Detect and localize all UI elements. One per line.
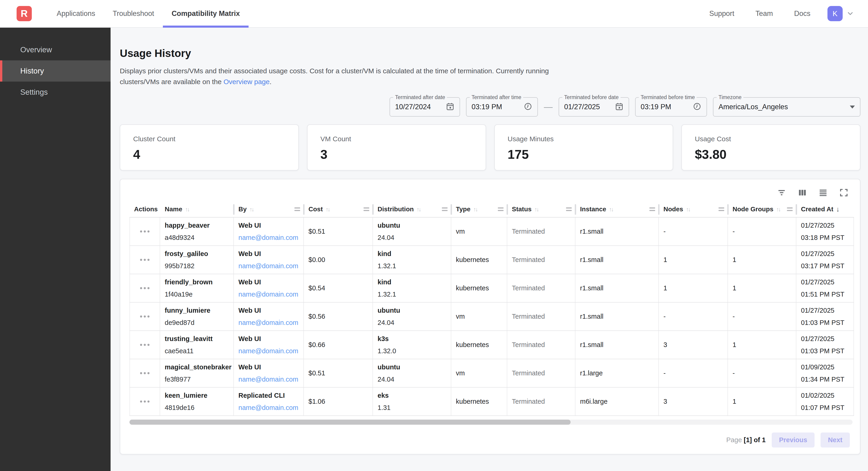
cluster-name: trusting_leavitt [165, 335, 234, 343]
dropdown-caret-icon[interactable] [850, 106, 855, 109]
horizontal-scrollbar-thumb[interactable] [129, 420, 570, 425]
field-label: Terminated after date [393, 94, 447, 100]
column-resize-handle[interactable] [294, 206, 300, 212]
cell-actions [129, 388, 160, 415]
status-badge: Terminated [512, 341, 575, 349]
stat-value: 3 [320, 147, 473, 162]
column-header-nodes[interactable]: Nodes↑↓ [659, 201, 728, 217]
column-separator [658, 204, 659, 215]
column-header-instance[interactable]: Instance↑↓ [576, 201, 659, 217]
terminated-after-time-input[interactable]: Terminated after time 03:19 PM [466, 97, 538, 117]
cell-distribution: eks1.31 [373, 388, 451, 415]
nodes-count: 1 [663, 284, 727, 292]
created-by-email-link[interactable]: name@domain.com [239, 291, 303, 298]
column-resize-handle[interactable] [566, 206, 572, 212]
terminated-before-date-input[interactable]: Terminated before date 01/27/2025 [559, 97, 629, 117]
row-actions-button[interactable] [138, 285, 152, 292]
clock-icon[interactable] [693, 102, 702, 112]
cell-by: Web UIname@domain.com [234, 302, 304, 330]
row-actions-button[interactable] [138, 342, 152, 348]
nav-link-team[interactable]: Team [755, 9, 773, 18]
distribution-name: ubuntu [378, 307, 451, 314]
column-header-created[interactable]: Created At↓ [796, 201, 854, 217]
cell-type: vm [451, 217, 507, 245]
column-resize-handle[interactable] [442, 206, 447, 212]
nav-link-docs[interactable]: Docs [794, 9, 810, 18]
sidebar-item-settings[interactable]: Settings [0, 82, 111, 103]
row-density-icon[interactable] [818, 187, 828, 198]
sidebar-item-overview[interactable]: Overview [0, 39, 111, 60]
type-value: kubernetes [456, 398, 507, 405]
cluster-name: funny_lumiere [165, 307, 234, 314]
row-actions-button[interactable] [138, 257, 152, 263]
row-actions-button[interactable] [138, 313, 152, 320]
previous-page-button[interactable]: Previous [772, 433, 815, 447]
column-header-status[interactable]: Status↑↓ [507, 201, 576, 217]
column-resize-handle[interactable] [498, 206, 503, 212]
replicated-logo-icon[interactable]: R [17, 6, 32, 21]
clock-icon[interactable] [524, 102, 532, 112]
cluster-name: friendly_brown [165, 278, 234, 286]
sidebar-item-history[interactable]: History [0, 60, 111, 82]
cell-type: kubernetes [451, 331, 507, 359]
user-avatar[interactable]: K [828, 6, 843, 21]
view-columns-icon[interactable] [797, 187, 807, 198]
column-label: Status [512, 206, 532, 213]
column-separator [727, 204, 728, 215]
overview-page-link[interactable]: Overview page [223, 78, 270, 86]
column-header-node_groups[interactable]: Node Groups↑↓ [728, 201, 796, 217]
cell-created: 01/27/202503:18 PM PST [796, 217, 854, 245]
table-row: trusting_leavittcae5ea11Web UIname@domai… [129, 331, 854, 359]
row-actions-button[interactable] [138, 398, 152, 405]
cell-distribution: ubuntu24.04 [373, 302, 451, 330]
nav-tab-applications[interactable]: Applications [48, 0, 104, 27]
column-resize-handle[interactable] [364, 206, 369, 212]
created-by-email-link[interactable]: name@domain.com [239, 376, 303, 383]
column-header-cost[interactable]: Cost↑↓ [304, 201, 373, 217]
created-by-source: Web UI [239, 307, 303, 314]
cost-value: $0.56 [308, 313, 372, 320]
created-date: 01/02/2025 [801, 392, 854, 399]
created-by-source: Web UI [239, 250, 303, 258]
top-nav: R ApplicationsTroubleshootCompatibility … [0, 0, 868, 28]
created-by-email-link[interactable]: name@domain.com [239, 262, 303, 270]
column-header-distribution[interactable]: Distribution↑↓ [373, 201, 451, 217]
cell-instance: r1.large [576, 359, 659, 387]
filter-icon[interactable] [777, 187, 787, 198]
calendar-icon[interactable] [446, 102, 455, 112]
column-label: Actions [134, 206, 158, 213]
chevron-down-icon[interactable] [846, 10, 854, 18]
calendar-icon[interactable] [615, 102, 624, 112]
column-label: Distribution [378, 206, 414, 213]
sidebar: OverviewHistorySettings [0, 28, 111, 471]
column-resize-handle[interactable] [787, 206, 793, 212]
cell-actions [129, 246, 160, 274]
column-header-type[interactable]: Type↑↓ [451, 201, 507, 217]
column-header-by[interactable]: By↑↓ [234, 201, 304, 217]
created-by-email-link[interactable]: name@domain.com [239, 234, 303, 241]
column-resize-handle[interactable] [718, 206, 724, 212]
created-by-source: Web UI [239, 222, 303, 229]
cell-cost: $0.66 [304, 331, 373, 359]
column-header-name[interactable]: Name↑↓ [160, 201, 234, 217]
nav-tab-compatibility-matrix[interactable]: Compatibility Matrix [163, 0, 249, 27]
created-by-email-link[interactable]: name@domain.com [239, 347, 303, 355]
created-date: 01/09/2025 [801, 363, 854, 371]
cell-distribution: kind1.32.1 [373, 246, 451, 274]
next-page-button[interactable]: Next [820, 433, 850, 447]
distribution-name: k3s [378, 335, 451, 343]
terminated-before-time-input[interactable]: Terminated before time 03:19 PM [635, 97, 707, 117]
row-actions-button[interactable] [138, 228, 152, 235]
cell-cost: $0.51 [304, 359, 373, 387]
nav-link-support[interactable]: Support [709, 9, 734, 18]
cluster-name: keen_lumiere [165, 392, 234, 399]
nav-tab-troubleshoot[interactable]: Troubleshoot [104, 0, 163, 27]
column-resize-handle[interactable] [649, 206, 655, 212]
row-actions-button[interactable] [138, 370, 152, 377]
created-by-email-link[interactable]: name@domain.com [239, 404, 303, 412]
created-by-email-link[interactable]: name@domain.com [239, 319, 303, 326]
nodes-count: - [663, 228, 727, 235]
terminated-after-date-input[interactable]: Terminated after date 10/27/2024 [390, 97, 460, 117]
fullscreen-icon[interactable] [839, 187, 849, 198]
timezone-select[interactable]: Timezone America/Los_Angeles [713, 97, 860, 117]
